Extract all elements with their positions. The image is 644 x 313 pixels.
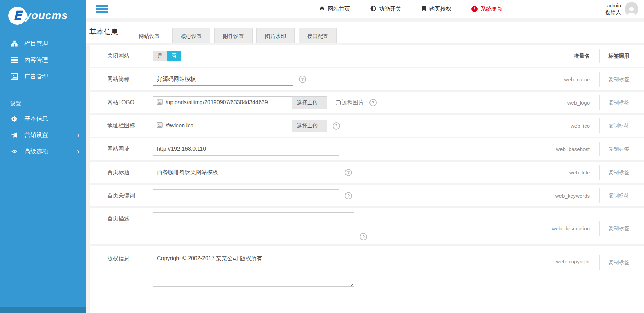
close-site-toggle[interactable]: 是 否 (153, 51, 181, 61)
sidebar-item-advanced[interactable]: </> 高级选项 › (0, 143, 86, 159)
username: admin (605, 2, 621, 9)
sidebar-item-basic-info[interactable]: 基本信息 (0, 110, 86, 127)
web-basehost-input[interactable] (153, 143, 339, 156)
nav-label: 系统更新 (480, 6, 503, 13)
user-info[interactable]: admin 创始人 (605, 2, 621, 16)
tab-api-config[interactable]: 接口配置 (299, 28, 337, 43)
sidebar-item-marketing[interactable]: 营销设置 › (0, 127, 86, 143)
image-file-icon (157, 99, 163, 106)
tab-bar: 网站设置 核心设置 附件设置 图片水印 接口配置 (130, 28, 337, 43)
sidebar-item-label: 内容管理 (24, 56, 79, 64)
sidebar-item-label: 高级选项 (24, 147, 77, 155)
logo-letter-e: E (13, 9, 22, 22)
form-row-web-name: 网站简称 ? web_name 复制标签 (90, 68, 644, 90)
help-icon[interactable]: ? (345, 169, 352, 176)
sidebar-item-columns[interactable]: 栏目管理 (0, 35, 86, 52)
gear-icon (10, 115, 18, 122)
sidebar: E youcms 栏目管理 内容管理 广告管理 (0, 0, 86, 313)
tab-site-settings[interactable]: 网站设置 (130, 28, 168, 43)
copy-tag-button[interactable]: 复制标签 (599, 188, 638, 203)
logo-circle-icon: E (8, 7, 26, 25)
column-header-tag: 标签调用 (599, 49, 638, 63)
field-label: 版权信息 (90, 249, 153, 262)
list-icon (10, 57, 18, 64)
help-icon[interactable]: ? (345, 192, 352, 199)
form-row-web-basehost: 网站网址 web_basehost 复制标签 (90, 138, 644, 160)
web-name-input[interactable] (153, 73, 293, 86)
form-row-web-description: 首页描述 ? web_description 复制标签 (90, 208, 644, 244)
copy-tag-button[interactable]: 复制标签 (599, 255, 638, 270)
varname-text: web_name (516, 76, 599, 82)
sidebar-item-label: 营销设置 (24, 131, 77, 139)
copy-tag-button[interactable]: 复制标签 (599, 221, 638, 236)
sidebar-bottom-strip (0, 307, 86, 313)
field-label: 首页关键词 (90, 192, 153, 199)
sidebar-item-label: 广告管理 (24, 72, 79, 80)
copy-tag-button[interactable]: 复制标签 (599, 95, 638, 110)
paper-plane-icon (10, 132, 18, 139)
help-icon[interactable]: ? (333, 122, 340, 130)
varname-text: web_title (516, 170, 599, 175)
avatar[interactable] (625, 2, 638, 16)
toggle-yes-button[interactable]: 是 (153, 51, 167, 61)
remote-image-checkbox-label[interactable]: 远程图片 (336, 99, 364, 106)
form-row-web-title: 首页标题 ? web_title 复制标签 (90, 162, 644, 183)
help-icon[interactable]: ? (299, 76, 306, 83)
copy-tag-button[interactable]: 复制标签 (599, 72, 638, 87)
settings-form: 关闭网站 是 否 变量名 标签调用 网站简称 ? web_name 复 (86, 43, 644, 313)
toggle-no-button[interactable]: 否 (167, 51, 181, 61)
tab-core-settings[interactable]: 核心设置 (172, 28, 210, 43)
help-icon[interactable]: ? (369, 99, 377, 106)
tab-attachment-settings[interactable]: 附件设置 (214, 28, 253, 43)
varname-text: web_copyright (516, 249, 599, 264)
topbar: 网站首页 功能开关 购买授权 ! 系统更新 admin 创始人 (86, 0, 644, 18)
column-header-varname: 变量名 (516, 53, 599, 59)
copy-tag-button[interactable]: 复制标签 (599, 118, 638, 133)
help-icon[interactable]: ? (360, 233, 367, 240)
main-area: 网站首页 功能开关 购买授权 ! 系统更新 admin 创始人 (86, 0, 644, 313)
home-icon (319, 6, 325, 13)
web-keywords-input[interactable] (153, 189, 339, 202)
upload-button[interactable]: 选择上传... (292, 120, 327, 132)
field-label: 网站LOGO (90, 99, 153, 106)
app-root: E youcms 栏目管理 内容管理 广告管理 (0, 0, 644, 313)
nav-label: 功能开关 (379, 6, 401, 13)
sitemap-icon (10, 40, 18, 47)
copy-tag-button[interactable]: 复制标签 (599, 165, 638, 180)
form-row-web-ico: 地址栏图标 选择上传... ? web_ico 复制标签 (90, 115, 644, 137)
varname-text: web_basehost (516, 146, 599, 152)
sidebar-section-settings: 设置 (0, 100, 86, 109)
web-logo-input-wrap (153, 96, 292, 109)
tab-image-watermark[interactable]: 图片水印 (256, 28, 295, 43)
field-label: 首页标题 (90, 169, 153, 176)
sidebar-settings-menu: 基本信息 营销设置 › </> 高级选项 › (0, 110, 86, 159)
toggle-icon (370, 6, 376, 13)
field-label: 关闭网站 (90, 52, 153, 60)
remote-image-checkbox[interactable] (336, 100, 341, 105)
chevron-right-icon: › (77, 147, 79, 155)
nav-buy-license[interactable]: 购买授权 (421, 6, 451, 13)
web-description-textarea[interactable] (153, 212, 354, 241)
nav-feature-switch[interactable]: 功能开关 (370, 6, 401, 13)
nav-label: 网站首页 (328, 6, 350, 13)
varname-text: web_logo (516, 100, 599, 106)
sidebar-item-ads[interactable]: 广告管理 (0, 68, 86, 84)
sidebar-item-content[interactable]: 内容管理 (0, 52, 86, 68)
varname-text: web_description (516, 225, 599, 231)
web-ico-input[interactable] (163, 120, 292, 132)
web-title-input[interactable] (153, 166, 339, 179)
hamburger-menu-icon[interactable] (96, 4, 108, 15)
form-row-web-keywords: 首页关键词 ? web_keywords 复制标签 (90, 185, 644, 206)
eyoucms-logo[interactable]: E youcms (0, 0, 86, 26)
page-header: 基本信息 网站设置 核心设置 附件设置 图片水印 接口配置 (86, 22, 644, 43)
nav-system-update[interactable]: ! 系统更新 (471, 6, 503, 13)
copy-tag-button[interactable]: 复制标签 (599, 142, 638, 156)
field-label: 网站网址 (90, 146, 153, 153)
web-ico-input-wrap (153, 120, 292, 132)
sidebar-menu: 栏目管理 内容管理 广告管理 (0, 35, 86, 84)
form-row-close-site: 关闭网站 是 否 变量名 标签调用 (90, 45, 644, 67)
web-logo-input[interactable] (163, 97, 292, 109)
nav-site-home[interactable]: 网站首页 (319, 6, 350, 13)
web-copyright-textarea[interactable]: Copyright © 2002-2017 某某公司 版权所有 (153, 252, 354, 287)
upload-button[interactable]: 选择上传... (292, 96, 327, 109)
